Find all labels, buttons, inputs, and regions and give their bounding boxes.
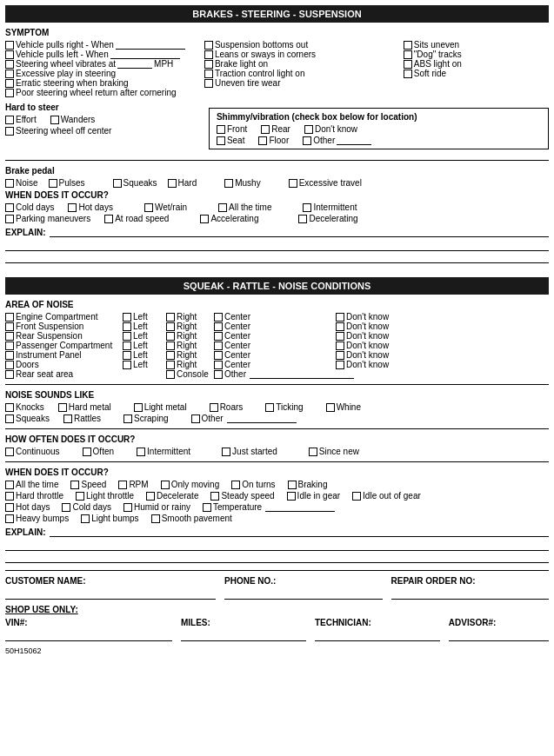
checkbox[interactable] [123,414,132,423]
miles-input[interactable] [181,629,306,641]
checkbox[interactable] [204,79,213,88]
checkbox[interactable] [161,481,170,489]
checkbox[interactable] [144,203,153,212]
checkbox[interactable] [289,179,297,188]
checkbox[interactable] [5,332,14,341]
pulls-left-field[interactable] [110,50,180,59]
pulls-right-field[interactable] [116,41,185,50]
checkbox[interactable] [146,492,155,501]
checkbox[interactable] [5,448,14,456]
checkbox[interactable] [166,342,175,350]
explain-line2[interactable] [5,241,549,251]
checkbox[interactable] [166,332,175,341]
checkbox[interactable] [336,322,344,331]
checkbox[interactable] [214,342,223,350]
checkbox[interactable] [214,370,223,379]
checkbox[interactable] [288,481,297,489]
checkbox[interactable] [224,179,233,188]
checkbox[interactable] [5,89,14,97]
vin-input[interactable] [5,629,172,641]
checkbox[interactable] [76,492,84,501]
explain2-line3[interactable] [5,553,549,563]
checkbox[interactable] [134,403,143,412]
technician-input[interactable] [315,629,440,641]
checkbox[interactable] [5,414,14,423]
checkbox[interactable] [5,361,14,369]
checkbox[interactable] [5,514,14,523]
checkbox[interactable] [50,116,59,124]
checkbox[interactable] [104,215,113,223]
checkbox[interactable] [123,332,131,341]
explain2-input[interactable] [50,527,549,537]
checkbox[interactable] [166,322,175,331]
checkbox[interactable] [5,116,14,124]
checkbox[interactable] [231,481,240,489]
checkbox[interactable] [352,492,361,501]
checkbox[interactable] [5,313,14,322]
checkbox[interactable] [5,179,14,188]
checkbox[interactable] [5,50,14,59]
checkbox[interactable] [5,127,14,136]
checkbox[interactable] [214,322,223,331]
checkbox[interactable] [258,136,267,145]
explain-line3[interactable] [5,253,549,263]
checkbox[interactable] [5,370,14,379]
checkbox[interactable] [81,514,90,523]
checkbox[interactable] [166,361,175,369]
checkbox[interactable] [83,448,91,456]
checkbox[interactable] [404,70,412,78]
checkbox[interactable] [204,60,213,69]
checkbox[interactable] [123,503,132,512]
other-field[interactable] [250,370,354,379]
checkbox[interactable] [5,215,14,223]
checkbox[interactable] [404,60,412,69]
checkbox[interactable] [123,342,131,350]
checkbox[interactable] [5,322,14,331]
checkbox[interactable] [304,125,313,134]
checkbox[interactable] [204,50,213,59]
checkbox[interactable] [214,361,223,369]
checkbox[interactable] [168,179,177,188]
phone-input[interactable] [224,587,383,600]
checkbox[interactable] [404,41,412,50]
other-sound-field[interactable] [227,414,297,423]
explain-input[interactable] [50,227,549,237]
checkbox[interactable] [113,179,122,188]
checkbox[interactable] [265,403,274,412]
checkbox[interactable] [166,351,175,360]
checkbox[interactable] [58,403,67,412]
checkbox[interactable] [62,503,70,512]
checkbox[interactable] [200,215,209,223]
checkbox[interactable] [5,70,14,78]
checkbox[interactable] [303,203,311,212]
checkbox[interactable] [123,313,131,322]
checkbox[interactable] [70,481,79,489]
checkbox[interactable] [49,179,57,188]
checkbox[interactable] [118,481,127,489]
checkbox[interactable] [123,351,131,360]
checkbox[interactable] [214,313,223,322]
checkbox[interactable] [5,79,14,88]
checkbox[interactable] [5,41,14,50]
checkbox[interactable] [191,414,200,423]
checkbox[interactable] [5,481,14,489]
checkbox[interactable] [336,361,344,369]
checkbox[interactable] [222,448,230,456]
checkbox[interactable] [404,50,412,59]
checkbox[interactable] [5,203,14,212]
shimmy-other-field[interactable] [337,136,371,145]
checkbox[interactable] [68,203,77,212]
explain2-line2[interactable] [5,540,549,551]
vibrates-at-field[interactable] [117,60,152,69]
checkbox[interactable] [166,370,175,379]
checkbox[interactable] [336,342,344,350]
checkbox[interactable] [63,414,72,423]
checkbox[interactable] [204,41,213,50]
checkbox[interactable] [210,492,219,501]
checkbox[interactable] [217,136,225,145]
checkbox[interactable] [287,492,296,501]
checkbox[interactable] [151,514,160,523]
checkbox[interactable] [326,403,335,412]
checkbox[interactable] [309,448,317,456]
checkbox[interactable] [303,136,311,145]
